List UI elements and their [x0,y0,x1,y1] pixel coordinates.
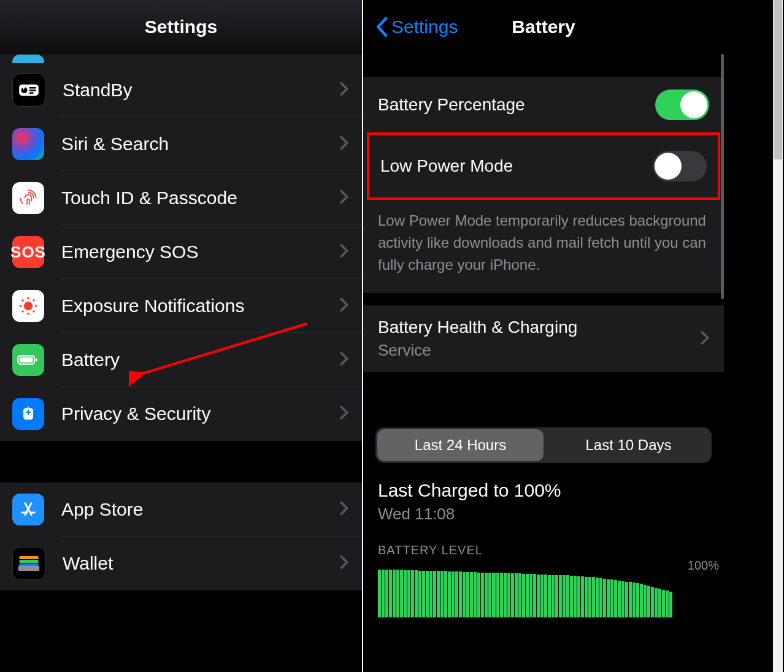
chevron-right-icon [340,555,348,572]
battery-pane: Settings Battery Battery Percentage Low … [363,0,724,672]
row-label: Exposure Notifications [61,296,340,316]
last-charged-time: Wed 11:08 [378,505,709,524]
svg-point-7 [28,313,29,315]
row-privacy[interactable]: Privacy & Security [0,387,362,441]
svg-rect-21 [18,565,40,571]
row-clipped-top [0,55,362,63]
battery-level-chart: 100% [363,562,724,617]
standby-icon [12,74,45,107]
row-siri[interactable]: Siri & Search [0,117,362,171]
settings-header: Settings [0,0,362,55]
settings-pane: Settings StandBy Siri & Search Touch ID … [0,0,363,672]
seg-24h[interactable]: Last 24 Hours [377,429,544,461]
row-label: App Store [61,499,340,520]
last-charged-title: Last Charged to 100% [378,480,709,501]
chevron-right-icon [340,501,348,518]
annotation-highlight-lpm: Low Power Mode [367,132,720,200]
row-low-power-mode[interactable]: Low Power Mode [369,135,718,197]
wallet-icon [12,547,45,580]
row-label: Wallet [63,553,340,574]
chevron-right-icon [701,330,709,348]
low-power-mode-description: Low Power Mode temporarily reduces backg… [363,200,724,293]
row-label: Emergency SOS [61,242,340,262]
row-sos[interactable]: SOS Emergency SOS [0,225,362,279]
siri-icon [12,128,44,160]
row-appstore[interactable]: App Store [0,483,362,536]
back-button[interactable]: Settings [375,17,458,37]
battery-health-label: Battery Health & Charging [378,318,577,337]
svg-point-13 [33,311,34,312]
last-charged: Last Charged to 100% Wed 11:08 [363,475,724,526]
row-battery-percentage[interactable]: Battery Percentage [363,77,724,132]
svg-rect-4 [29,92,34,94]
row-exposure[interactable]: Exposure Notifications [0,279,362,333]
row-wallet[interactable]: Wallet [0,536,362,590]
battery-title: Battery [512,17,575,37]
battery-level-label: BATTERY LEVEL [363,526,724,562]
scroll-indicator [721,54,724,299]
row-label: Touch ID & Passcode [61,188,340,208]
svg-point-11 [33,300,34,301]
row-label: Siri & Search [61,134,340,155]
svg-rect-3 [29,90,36,91]
svg-rect-15 [20,357,33,362]
battery-percentage-toggle[interactable] [655,90,709,120]
exposure-icon [12,290,44,322]
appstore-icon [12,494,44,525]
chevron-right-icon [340,297,348,315]
svg-point-9 [36,305,37,307]
svg-point-8 [20,305,21,307]
chart-y-100: 100% [688,559,719,573]
battery-icon [12,344,44,376]
low-power-mode-label: Low Power Mode [380,156,513,176]
back-label: Settings [391,17,458,37]
clipped-icon [12,55,44,63]
battery-health-sub: Service [378,341,577,360]
chevron-right-icon [340,351,348,368]
chevron-right-icon [340,82,348,99]
sos-icon: SOS [12,236,44,268]
segmented-time-range[interactable]: Last 24 Hours Last 10 Days [375,427,712,463]
svg-rect-18 [19,556,38,559]
chevron-right-icon [340,189,348,207]
svg-rect-2 [29,87,36,89]
chevron-right-icon [340,405,348,422]
row-label: StandBy [63,80,340,101]
row-label: Battery [61,349,340,370]
page-scrollbar[interactable] [773,0,783,672]
svg-point-6 [28,298,29,299]
row-touchid[interactable]: Touch ID & Passcode [0,171,362,225]
settings-list-2: App Store Wallet [0,483,362,590]
row-battery[interactable]: Battery [0,333,362,387]
chevron-right-icon [340,243,348,261]
row-label: Privacy & Security [61,403,340,424]
row-battery-health[interactable]: Battery Health & Charging Service [363,305,724,372]
svg-rect-19 [19,560,38,563]
svg-point-12 [22,311,23,312]
svg-point-5 [24,302,33,310]
privacy-icon [12,398,44,430]
chevron-right-icon [340,136,348,153]
settings-list-1: StandBy Siri & Search Touch ID & Passcod… [0,63,362,441]
battery-percentage-label: Battery Percentage [378,95,525,115]
seg-10d[interactable]: Last 10 Days [545,427,712,463]
low-power-mode-toggle[interactable] [653,151,707,181]
touchid-icon [12,182,44,214]
svg-point-10 [22,300,23,301]
row-standby[interactable]: StandBy [0,63,362,117]
svg-rect-16 [36,359,37,362]
battery-header: Settings Battery [363,0,724,54]
settings-title: Settings [145,17,217,37]
